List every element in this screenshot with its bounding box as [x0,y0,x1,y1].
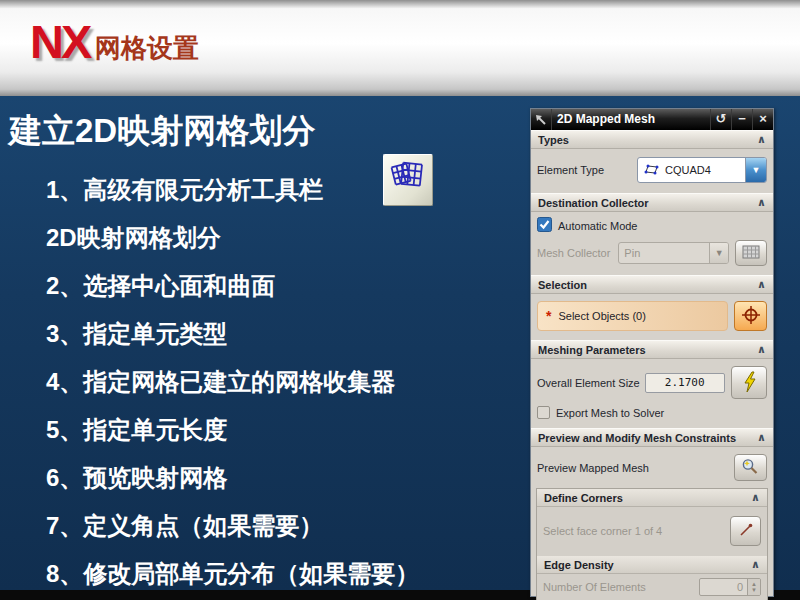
select-objects-field[interactable]: * Select Objects (0) [537,301,728,331]
section-label: Types [538,134,569,146]
mesh-collector-label: Mesh Collector [537,247,610,259]
overall-element-size-label: Overall Element Size [537,377,640,389]
export-mesh-checkbox[interactable] [537,406,550,419]
chevron-up-icon[interactable]: ∧ [757,196,766,209]
select-objects-row: * Select Objects (0) [531,294,773,340]
chevron-up-icon[interactable]: ∧ [757,278,766,291]
subsection-header-define-corners[interactable]: Define Corners ∧ [537,489,767,507]
magnifier-icon [741,458,760,477]
point-vector-icon [738,522,754,540]
mesh-constraints-subpanel: Define Corners ∧ Select face corner 1 of… [536,488,768,600]
list-item: 6、预览映射网格 [46,454,419,502]
select-face-corner-row: Select face corner 1 of 4 [537,507,767,556]
mesh-collector-value: Pin [619,243,709,263]
subsection-label: Edge Density [544,559,614,571]
section-label: Selection [538,279,587,291]
export-mesh-row: Export Mesh to Solver [531,403,773,428]
spinner-arrows-icon: ▲ ▼ [747,579,760,595]
overall-element-size-input[interactable] [645,373,725,393]
automatic-mode-checkbox[interactable] [537,217,552,234]
step-text: 4、指定网格已建立的网格收集器 [46,366,395,398]
subsection-header-edge-density[interactable]: Edge Density ∧ [537,556,767,574]
preview-mesh-button[interactable] [734,454,767,481]
chevron-up-icon[interactable]: ∧ [757,343,766,356]
mesh-collector-dropdown: Pin ▼ [618,242,729,264]
section-header-preview-constraints[interactable]: Preview and Modify Mesh Constraints ∧ [531,428,773,447]
chevron-up-icon[interactable]: ∧ [757,431,766,444]
required-marker: * [546,308,551,324]
number-of-elements-row: Number Of Elements 0 ▲ ▼ [537,574,767,600]
select-corner-button[interactable] [730,516,761,546]
step-text: 7、定义角点（如果需要） [46,510,323,542]
automatic-mode-row: Automatic Mode [531,212,773,237]
section-header-meshing-parameters[interactable]: Meshing Parameters ∧ [531,340,773,359]
preview-mapped-mesh-label: Preview Mapped Mesh [537,462,649,474]
select-target-button[interactable] [734,301,767,331]
lightning-bolt-icon [742,371,757,395]
number-of-elements-label: Number Of Elements [543,581,646,593]
step-text: 2D映射网格划分 [46,222,221,254]
step-text: 5、指定单元长度 [46,414,227,446]
section-label: Preview and Modify Mesh Constraints [538,432,736,444]
2d-mapped-mesh-toolbar-button[interactable] [383,154,433,206]
subsection-label: Define Corners [544,492,623,504]
export-mesh-label: Export Mesh to Solver [556,407,664,419]
step-text: 3、指定单元类型 [46,318,227,350]
list-item: 2、选择中心面和曲面 [46,262,419,310]
header-title: 网格设置 [95,31,199,66]
list-item: 2D映射网格划分 [46,214,419,262]
automatic-mode-label: Automatic Mode [558,220,637,232]
number-of-elements-value: 0 [700,579,747,595]
slide-header: NX 网格设置 [0,0,800,96]
mesh-collector-row: Mesh Collector Pin ▼ [531,237,773,275]
overall-element-size-row: Overall Element Size [531,359,773,403]
element-type-row: Element Type CQUAD4 ▼ [531,149,773,193]
list-item: 4、指定网格已建立的网格收集器 [46,358,419,406]
mesh-grid-icon [742,245,760,261]
crosshair-icon [741,305,761,327]
list-item: 1、高级有限元分析工具栏 [46,166,419,214]
reset-icon[interactable]: ↺ [710,109,731,130]
list-item: 5、指定单元长度 [46,406,419,454]
chevron-up-icon[interactable]: ∧ [757,133,766,146]
preview-mapped-mesh-row: Preview Mapped Mesh [531,447,773,485]
minimize-icon[interactable]: − [731,109,752,130]
step-text: 8、修改局部单元分布（如果需要） [46,558,419,590]
select-face-corner-hint: Select face corner 1 of 4 [543,525,662,537]
step-text: 1、高级有限元分析工具栏 [46,174,323,206]
section-header-selection[interactable]: Selection ∧ [531,275,773,294]
2d-mapped-mesh-dialog: 2D Mapped Mesh ↺ − × Types ∧ Element Typ… [530,108,774,597]
section-header-types[interactable]: Types ∧ [531,130,773,149]
list-item: 7、定义角点（如果需要） [46,502,419,550]
dialog-title: 2D Mapped Mesh [552,109,710,130]
close-icon[interactable]: × [752,109,773,130]
select-objects-label: Select Objects (0) [558,310,645,322]
page-title: 建立2D映射网格划分 [9,109,315,154]
element-type-value: CQUAD4 [665,164,711,176]
number-of-elements-stepper: 0 ▲ ▼ [699,578,761,596]
chevron-up-icon[interactable]: ∧ [751,491,760,504]
step-text: 6、预览映射网格 [46,462,227,494]
chevron-up-icon[interactable]: ∧ [751,558,760,571]
spinner-down-icon: ▼ [751,587,757,593]
step-list: 1、高级有限元分析工具栏 2D映射网格划分 2、选择中心面和曲面 3、指定单元类… [46,166,419,598]
2d-mapped-mesh-icon [389,158,427,202]
nx-logo: NX [30,14,89,69]
element-type-dropdown[interactable]: CQUAD4 ▼ [637,157,767,183]
section-label: Meshing Parameters [538,344,646,356]
mesh-collector-button[interactable] [735,240,767,266]
element-type-label: Element Type [537,164,604,176]
dialog-drag-icon[interactable] [531,109,552,130]
dialog-titlebar[interactable]: 2D Mapped Mesh ↺ − × [531,109,773,130]
step-text: 2、选择中心面和曲面 [46,270,275,302]
section-header-destination-collector[interactable]: Destination Collector ∧ [531,193,773,212]
chevron-down-icon[interactable]: ▼ [745,158,766,182]
chevron-down-icon: ▼ [709,243,728,263]
element-type-value-area: CQUAD4 [638,158,745,182]
auto-element-size-button[interactable] [731,366,767,399]
quad-element-icon [643,163,660,178]
list-item: 3、指定单元类型 [46,310,419,358]
section-label: Destination Collector [538,197,649,209]
